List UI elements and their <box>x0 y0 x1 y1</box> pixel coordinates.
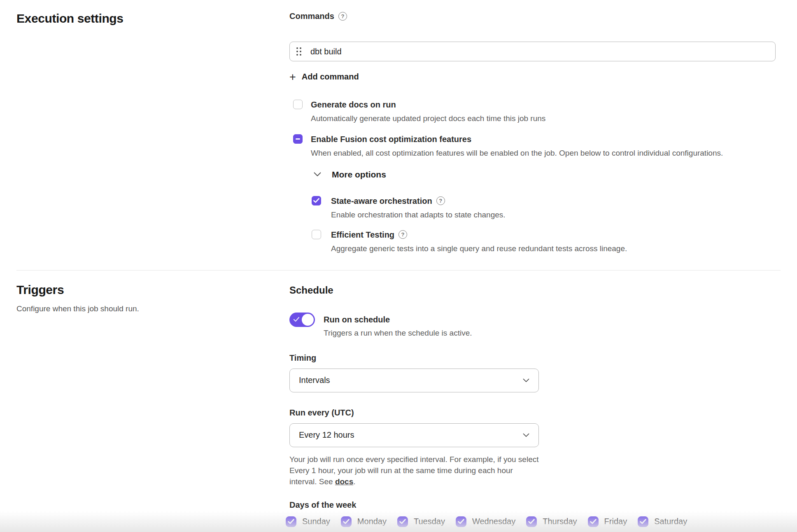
day-item: Tuesday <box>397 516 445 527</box>
run-every-select[interactable]: Every 12 hours <box>289 423 539 447</box>
fusion-label[interactable]: Enable Fusion cost optimization features <box>311 134 723 144</box>
schedule-heading: Schedule <box>289 285 776 296</box>
execution-settings-left: Execution settings <box>16 12 289 254</box>
drag-handle-icon[interactable] <box>296 47 301 56</box>
state-aware-label[interactable]: State-aware orchestration <box>331 196 432 206</box>
run-on-schedule-toggle[interactable] <box>289 313 315 327</box>
interval-helper-text: Your job will run once every specified i… <box>289 454 542 487</box>
day-checkbox[interactable] <box>341 516 352 527</box>
timing-value: Intervals <box>299 376 330 385</box>
efficient-testing-checkbox[interactable] <box>312 230 321 239</box>
day-label[interactable]: Monday <box>357 517 387 526</box>
day-checkbox[interactable] <box>456 516 466 527</box>
state-aware-description: Enable orchestration that adapts to stat… <box>331 210 506 220</box>
generate-docs-label[interactable]: Generate docs on run <box>311 100 545 110</box>
state-aware-row: State-aware orchestration ? Enable orche… <box>289 196 776 220</box>
state-aware-checkbox[interactable] <box>312 196 321 205</box>
chevron-down-icon <box>314 172 321 177</box>
execution-settings-title: Execution settings <box>16 12 289 26</box>
commands-help-icon[interactable]: ? <box>338 12 347 21</box>
day-checkbox[interactable] <box>526 516 537 527</box>
day-label[interactable]: Sunday <box>302 517 330 526</box>
docs-link[interactable]: docs <box>335 477 353 486</box>
triggers-left: Triggers Configure when this job should … <box>16 283 289 527</box>
triggers-content: Schedule Run on schedule Triggers a run … <box>289 283 776 527</box>
triggers-title: Triggers <box>16 283 289 297</box>
triggers-subtitle: Configure when this job should run. <box>16 304 289 313</box>
toggle-knob <box>302 314 314 326</box>
chevron-down-icon <box>523 378 529 383</box>
day-item: Friday <box>588 516 627 527</box>
triggers-section: Triggers Configure when this job should … <box>0 271 797 527</box>
command-input[interactable]: dbt build <box>289 42 776 61</box>
run-on-schedule-row: Run on schedule Triggers a run when the … <box>289 313 776 338</box>
day-item: Monday <box>341 516 387 527</box>
run-every-label: Run every (UTC) <box>289 408 776 418</box>
add-command-button[interactable]: + Add command <box>289 72 359 82</box>
commands-label: Commands <box>289 12 334 21</box>
generate-docs-checkbox[interactable] <box>293 100 303 109</box>
command-value[interactable]: dbt build <box>310 47 342 56</box>
execution-settings-section: Execution settings Commands ? dbt build … <box>0 0 797 254</box>
efficient-testing-label[interactable]: Efficient Testing <box>331 230 394 240</box>
chevron-down-icon <box>523 433 529 437</box>
state-aware-help-icon[interactable]: ? <box>436 196 445 205</box>
run-on-schedule-label[interactable]: Run on schedule <box>324 313 472 327</box>
timing-label: Timing <box>289 353 776 363</box>
execution-settings-content: Commands ? dbt build + Add command Gener… <box>289 12 776 254</box>
day-item: Wednesday <box>456 516 515 527</box>
run-every-value: Every 12 hours <box>299 430 354 440</box>
plus-icon: + <box>289 73 296 81</box>
day-label[interactable]: Thursday <box>543 517 577 526</box>
day-item: Sunday <box>286 516 330 527</box>
fusion-row: Enable Fusion cost optimization features… <box>289 134 776 158</box>
days-row: Sunday Monday Tuesday <box>286 516 776 527</box>
day-checkbox[interactable] <box>588 516 599 527</box>
fusion-checkbox[interactable] <box>293 134 303 144</box>
more-options-expander[interactable]: More options <box>314 170 386 180</box>
run-on-schedule-description: Triggers a run when the schedule is acti… <box>324 329 472 338</box>
day-item: Saturday <box>638 516 687 527</box>
day-label[interactable]: Saturday <box>654 517 687 526</box>
day-checkbox[interactable] <box>638 516 648 527</box>
generate-docs-description: Automatically generate updated project d… <box>311 113 545 124</box>
day-label[interactable]: Wednesday <box>472 517 515 526</box>
day-item: Thursday <box>526 516 577 527</box>
timing-select[interactable]: Intervals <box>289 369 539 392</box>
commands-label-row: Commands ? <box>289 12 776 21</box>
efficient-testing-row: Efficient Testing ? Aggregate generic te… <box>289 230 776 254</box>
days-of-week-label: Days of the week <box>289 500 776 510</box>
day-checkbox[interactable] <box>286 516 296 527</box>
day-label[interactable]: Tuesday <box>414 517 445 526</box>
fusion-description: When enabled, all cost optimization feat… <box>311 148 723 158</box>
efficient-testing-help-icon[interactable]: ? <box>398 230 407 239</box>
generate-docs-row: Generate docs on run Automatically gener… <box>289 100 776 124</box>
toggle-check-icon <box>293 317 300 322</box>
add-command-label: Add command <box>302 72 359 82</box>
day-checkbox[interactable] <box>397 516 408 527</box>
efficient-testing-description: Aggregate generic tests into a single qu… <box>331 243 627 254</box>
day-label[interactable]: Friday <box>604 517 627 526</box>
more-options-label: More options <box>332 170 386 180</box>
